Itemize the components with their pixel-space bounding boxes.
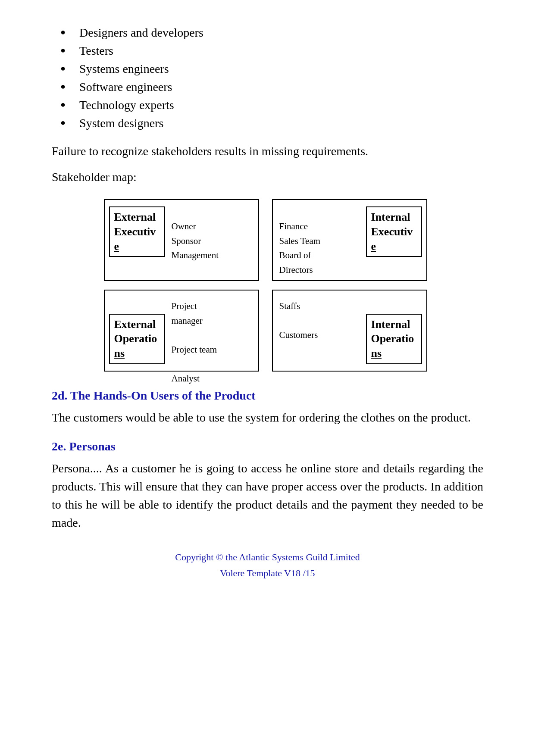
section-2e-text: Persona.... As a customer he is going to… [52,459,483,532]
section-2d: 2d. The Hands-On Users of the Product Th… [52,389,483,427]
diagram-top-row: ExternalExecutive OwnerSponsorManagement… [104,199,432,281]
internal-executive-box: InternalExecutive [366,206,422,257]
section-2e-heading: 2e. Personas [52,440,483,453]
stakeholder-diagram: ExternalExecutive OwnerSponsorManagement… [104,199,432,372]
internal-operations-box: InternalOperations [366,314,422,364]
section-2d-text: The customers would be able to use the s… [52,409,483,427]
bullet-item: Software engineers [52,80,483,94]
footer-line2: Volere Template V18 /15 [52,565,483,581]
quadrant-top-left: ExternalExecutive OwnerSponsorManagement [104,199,259,281]
diagram-bottom-row: ProjectmanagerProject teamAnalyst Extern… [104,290,432,372]
bullet-item: Designers and developers [52,26,483,40]
quadrant-bottom-right: StaffsCustomers InternalOperations [272,290,427,372]
quadrant-top-right: FinanceSales TeamBoard ofDirectors Inter… [272,199,427,281]
quadrant-bottom-left: ProjectmanagerProject teamAnalyst Extern… [104,290,259,372]
footer: Copyright © the Atlantic Systems Guild L… [52,549,483,581]
bullet-item: System designers [52,116,483,130]
bullet-list: Designers and developersTestersSystems e… [52,26,483,130]
bullet-item: Systems engineers [52,62,483,76]
footer-line1: Copyright © the Atlantic Systems Guild L… [52,549,483,565]
section-2d-heading: 2d. The Hands-On Users of the Product [52,389,483,403]
section-2e: 2e. Personas Persona.... As a customer h… [52,440,483,532]
top-right-items: FinanceSales TeamBoard ofDirectors [279,219,321,277]
failure-paragraph: Failure to recognize stakeholders result… [52,142,483,160]
bullet-item: Testers [52,44,483,58]
bullet-item: Technology experts [52,98,483,112]
stakeholder-map-label: Stakeholder map: [52,168,483,186]
top-left-items: OwnerSponsorManagement [172,219,219,263]
bottom-right-items: StaffsCustomers [279,299,318,343]
external-operations-box: ExternalOperations [109,314,165,364]
external-executive-box: ExternalExecutive [109,206,165,257]
bottom-left-items: ProjectmanagerProject teamAnalyst [172,299,217,386]
